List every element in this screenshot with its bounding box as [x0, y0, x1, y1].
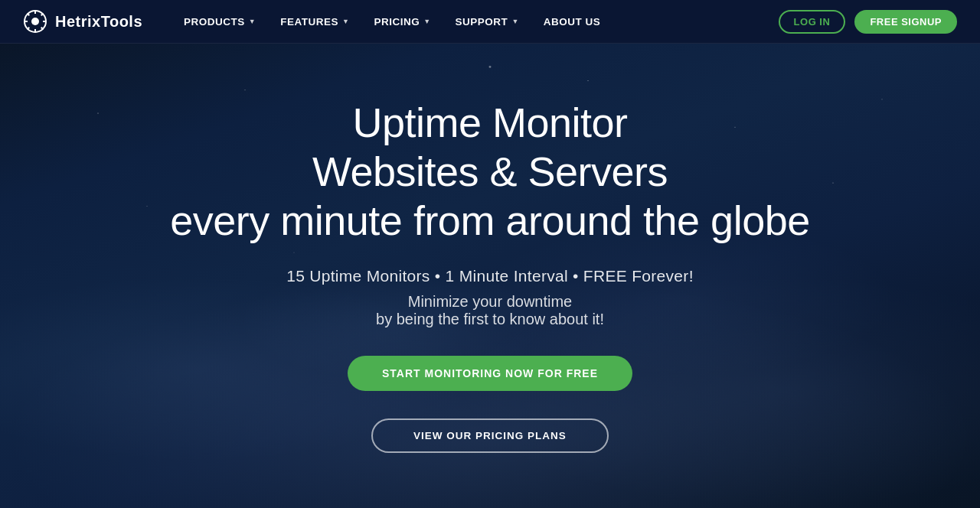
login-button[interactable]: LOG IN	[779, 10, 846, 34]
hero-title-line1: Uptime Monitor	[352, 99, 627, 145]
hero-tagline-line1: Minimize your downtime	[408, 293, 573, 310]
nav-item-pricing[interactable]: PRICING ▼	[363, 0, 441, 44]
navbar: HetrixTools PRODUCTS ▼ FEATURES ▼ PRICIN…	[0, 0, 980, 44]
hero-title-line2: Websites & Servers	[312, 148, 668, 194]
hero-content: Uptime Monitor Websites & Servers every …	[155, 99, 825, 452]
chevron-down-icon: ▼	[342, 18, 349, 25]
hero-title-line3: every minute from around the globe	[170, 197, 809, 243]
nav-item-features[interactable]: FEATURES ▼	[270, 0, 360, 44]
hero-features-line: 15 Uptime Monitors • 1 Minute Interval •…	[170, 267, 809, 285]
nav-actions: LOG IN FREE SIGNUP	[779, 10, 957, 34]
hetrix-logo-icon	[23, 9, 47, 34]
chevron-down-icon: ▼	[511, 18, 518, 25]
logo-link[interactable]: HetrixTools	[23, 9, 142, 34]
chevron-down-icon: ▼	[423, 18, 430, 25]
cta-group: START MONITORING NOW FOR FREE VIEW OUR P…	[170, 356, 809, 453]
hero-tagline: Minimize your downtime by being the firs…	[170, 293, 809, 328]
hero-section: Uptime Monitor Websites & Servers every …	[0, 44, 980, 508]
svg-point-1	[31, 18, 39, 25]
nav-item-products[interactable]: PRODUCTS ▼	[173, 0, 266, 44]
logo-text: HetrixTools	[55, 13, 142, 31]
view-pricing-button[interactable]: VIEW OUR PRICING PLANS	[371, 418, 609, 453]
free-signup-button[interactable]: FREE SIGNUP	[854, 10, 957, 34]
start-monitoring-button[interactable]: START MONITORING NOW FOR FREE	[348, 356, 632, 391]
hero-title: Uptime Monitor Websites & Servers every …	[170, 99, 809, 245]
nav-item-support[interactable]: SUPPORT ▼	[445, 0, 530, 44]
nav-links: PRODUCTS ▼ FEATURES ▼ PRICING ▼ SUPPORT …	[173, 0, 779, 44]
nav-item-about[interactable]: ABOUT US	[533, 0, 612, 44]
hero-tagline-line2: by being the first to know about it!	[376, 311, 604, 327]
chevron-down-icon: ▼	[249, 18, 256, 25]
